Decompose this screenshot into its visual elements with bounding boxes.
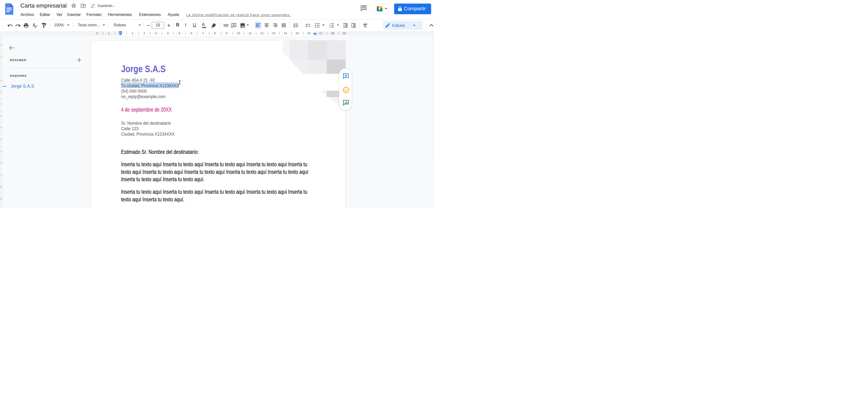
svg-text:3: 3: [329, 26, 330, 28]
